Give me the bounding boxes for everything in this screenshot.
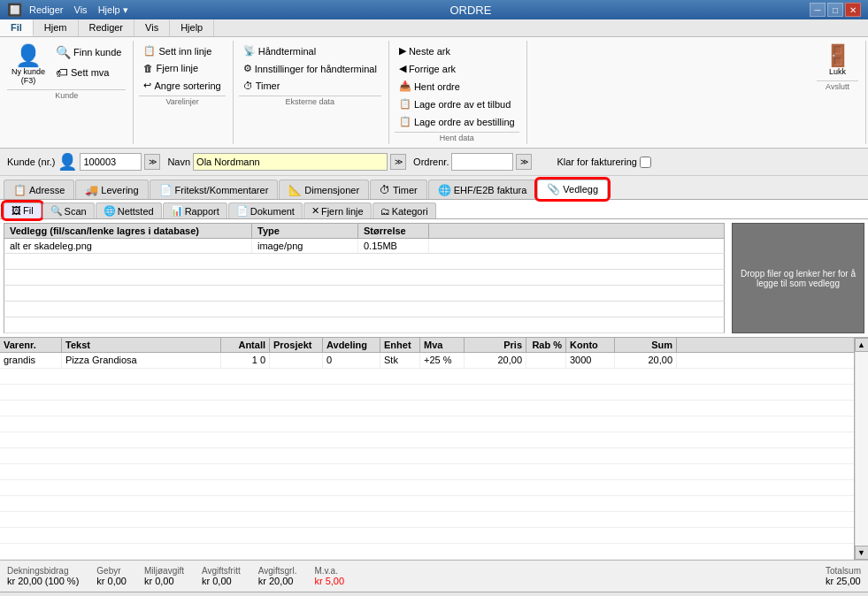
subtab-rapport[interactable]: 📊 Rapport	[163, 202, 227, 218]
fritekst-icon: 📄	[159, 184, 173, 196]
scroll-track[interactable]	[855, 352, 868, 546]
tab-fritekst-label: Fritekst/Kommentarer	[175, 185, 269, 195]
remove-format-line-icon: 🗑	[143, 63, 153, 73]
tab-hjelp[interactable]: Hjelp	[170, 19, 214, 36]
order-nr-input[interactable]	[451, 153, 513, 171]
tab-adresse-label: Adresse	[29, 185, 65, 195]
next-sheet-button[interactable]: ▶ Neste ark	[395, 42, 519, 59]
klar-fakturering-checkbox[interactable]	[640, 157, 651, 168]
cell-sum: 20,00	[615, 353, 677, 368]
customer-name-arrow[interactable]: ≫	[390, 154, 406, 170]
table-empty-row-6	[0, 448, 854, 464]
hentdata-group-title: Hent data	[395, 132, 519, 142]
get-order-icon: 📥	[399, 80, 411, 92]
att-cell-type: image/png	[252, 239, 358, 253]
col-tekst: Tekst	[62, 338, 221, 352]
subtab-nettsted[interactable]: 🌐 Nettsted	[96, 202, 162, 218]
terminal-settings-button[interactable]: ⚙ Innstillinger for håndterminal	[239, 60, 381, 77]
dimensjoner-icon: 📐	[288, 184, 302, 196]
tab-fritekst[interactable]: 📄 Fritekst/Kommentarer	[150, 180, 279, 199]
attachment-empty-row-3	[4, 286, 725, 302]
order-nr-arrow[interactable]: ≫	[516, 154, 532, 170]
subtab-rapport-label: Rapport	[185, 206, 219, 217]
menu-vis[interactable]: Vis	[71, 4, 91, 15]
tab-hjem[interactable]: Hjem	[34, 19, 79, 36]
vertical-scrollbar[interactable]: ▲ ▼	[854, 338, 868, 560]
drop-zone[interactable]: Dropp filer og lenker her for å legge ti…	[732, 223, 864, 333]
customer-nr-input[interactable]	[80, 153, 142, 171]
vedlegg-icon: 📎	[547, 183, 560, 195]
terminal-icon: 📡	[243, 45, 256, 57]
menu-rediger[interactable]: Rediger	[26, 4, 67, 15]
tab-adresse[interactable]: 📋 Adresse	[4, 180, 74, 199]
dekningsbidrag-label: Dekningsbidrag	[7, 566, 79, 576]
rapport-icon: 📊	[171, 205, 183, 217]
insert-line-label: Sett inn linje	[158, 46, 211, 57]
table-empty-row-1	[0, 369, 854, 385]
title-bar-controls: ─ □ ✕	[810, 3, 861, 17]
find-customer-icon: 🔍	[56, 45, 71, 59]
tab-timer[interactable]: ⏱ Timer	[370, 180, 427, 199]
close-button-ribbon[interactable]: 🚪 Lukk	[818, 42, 857, 79]
new-customer-button[interactable]: 👤 Ny kunde(F3)	[7, 42, 50, 88]
make-order-bestilling-label: Lage ordre av bestilling	[414, 117, 515, 127]
kunde-small-buttons: 🔍 Finn kunde 🏷 Sett mva	[51, 42, 126, 82]
table-row[interactable]: grandis Pizza Grandiosa 1 0 0 Stk +25 % …	[0, 353, 854, 369]
subtab-kategori[interactable]: 🗂 Kategori	[373, 202, 436, 218]
scroll-down-button[interactable]: ▼	[855, 546, 869, 560]
insert-line-button[interactable]: 📋 Sett inn linje	[139, 42, 225, 59]
menu-hjelp[interactable]: Hjelp ▾	[95, 4, 132, 16]
tab-dimensjoner[interactable]: 📐 Dimensjoner	[279, 180, 369, 199]
varelinjer-buttons: 📋 Sett inn linje 🗑 Fjern linje ↩ Angre s…	[139, 42, 225, 94]
close-ribbon-label: Lukk	[829, 67, 846, 76]
tab-ehf[interactable]: 🌐 EHF/E2B faktura	[428, 180, 537, 199]
undo-sort-button[interactable]: ↩ Angre sortering	[139, 77, 225, 94]
subtab-kategori-label: Kategori	[392, 206, 428, 217]
att-cell-size: 0.15MB	[358, 239, 429, 253]
title-bar-left: 🔲 Rediger Vis Hjelp ▾	[7, 3, 132, 17]
subtab-fil[interactable]: 🖼 Fil	[4, 202, 42, 218]
window-title: ORDRE	[449, 4, 491, 17]
close-button[interactable]: ✕	[845, 3, 861, 17]
make-order-tilbud-button[interactable]: 📋 Lage ordre av et tilbud	[395, 96, 519, 112]
subtab-scan[interactable]: 🔍 Scan	[42, 202, 95, 218]
remove-format-line-button[interactable]: 🗑 Fjern linje	[139, 60, 225, 76]
content-tabs: 📋 Adresse 🚚 Levering 📄 Fritekst/Kommenta…	[0, 176, 868, 200]
table-empty-row-12	[0, 544, 854, 560]
footer-totals: Dekningsbidrag kr 20,00 (100 %) Gebyr kr…	[0, 560, 868, 592]
status-bar: 📋 Kundenavn Linje nr. 1	[0, 592, 868, 596]
prev-sheet-button[interactable]: ◀ Forrige ark	[395, 60, 519, 77]
tab-vedlegg[interactable]: 📎 Vedlegg	[537, 180, 608, 199]
minimize-button[interactable]: ─	[810, 3, 826, 17]
tab-fil[interactable]: Fil	[0, 19, 34, 36]
subtab-dokument[interactable]: 📄 Dokument	[228, 202, 303, 218]
tab-dimensjoner-label: Dimensjoner	[304, 185, 359, 195]
tab-vis[interactable]: Vis	[134, 19, 170, 36]
get-order-button[interactable]: 📥 Hent ordre	[395, 78, 519, 95]
col-konto: Konto	[566, 338, 615, 352]
total-mva: M.v.a. kr 5,00	[314, 566, 344, 586]
customer-name-input[interactable]	[193, 153, 388, 171]
ribbon-group-kunde: 👤 Ny kunde(F3) 🔍 Finn kunde 🏷 Sett mva K…	[4, 41, 134, 144]
timer-button[interactable]: ⏱ Timer	[239, 78, 381, 94]
maximize-button[interactable]: □	[827, 3, 843, 17]
tab-rediger[interactable]: Rediger	[79, 19, 135, 36]
customer-nr-arrow[interactable]: ≫	[144, 154, 160, 170]
tab-levering[interactable]: 🚚 Levering	[75, 180, 148, 199]
subtab-dokument-label: Dokument	[250, 206, 295, 217]
tab-timer-label: Timer	[393, 185, 418, 195]
terminal-button[interactable]: 📡 Håndterminal	[239, 42, 381, 59]
table-empty-row-7	[0, 464, 854, 480]
grid-area: Varenr. Tekst Antall Prosjekt Avdeling E…	[0, 338, 868, 560]
set-mva-button[interactable]: 🏷 Sett mva	[51, 63, 126, 82]
sub-tabs: 🖼 Fil 🔍 Scan 🌐 Nettsted 📊 Rapport 📄 Doku…	[0, 200, 868, 219]
customer-icon: 👤	[58, 152, 77, 172]
find-customer-button[interactable]: 🔍 Finn kunde	[51, 42, 126, 62]
scroll-up-button[interactable]: ▲	[855, 338, 869, 352]
subtab-fjernlinje[interactable]: ✕ Fjern linje	[303, 202, 372, 218]
make-order-bestilling-button[interactable]: 📋 Lage ordre av bestilling	[395, 113, 519, 130]
attachment-row[interactable]: alt er skadeleg.png image/png 0.15MB	[4, 239, 725, 254]
mva-label: M.v.a.	[314, 566, 344, 576]
close-ribbon-icon: 🚪	[825, 45, 851, 66]
cell-pris: 20,00	[465, 353, 526, 368]
